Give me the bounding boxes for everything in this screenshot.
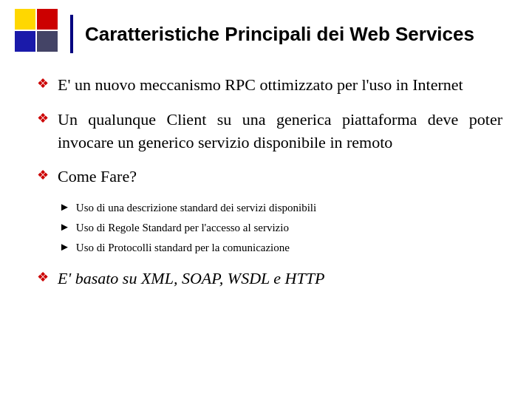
- bullet-diamond-3: ❖: [37, 167, 49, 183]
- bullet-item-2: ❖ Un qualunque Client su una generica pi…: [37, 109, 502, 154]
- block-dark: [37, 31, 58, 52]
- bullet-item-3: ❖ Come Fare?: [37, 166, 502, 188]
- block-yellow: [15, 9, 35, 30]
- title-bar: Caratteristiche Principali dei Web Servi…: [70, 15, 502, 53]
- sub-arrow-3: ►: [59, 241, 70, 253]
- bullet-text-3: Come Fare?: [58, 166, 502, 188]
- bullet-item-1: ❖ E' un nuovo meccanismo RPC ottimizzato…: [37, 74, 502, 97]
- sub-bullet-2: ► Uso di Regole Standard per l'accesso a…: [59, 220, 502, 236]
- sub-bullet-3: ► Uso di Protocolli standard per la comu…: [59, 240, 502, 256]
- sub-text-1: Uso di una descrizione standard dei serv…: [76, 200, 316, 216]
- sub-bullet-1: ► Uso di una descrizione standard dei se…: [59, 200, 502, 216]
- bullet-text-2: Un qualunque Client su una generica piat…: [58, 109, 502, 154]
- sub-arrow-2: ►: [59, 221, 70, 233]
- last-bullet: ❖ E' basato su XML, SOAP, WSDL e HTTP: [37, 267, 502, 290]
- slide: Caratteristiche Principali dei Web Servi…: [0, 0, 532, 399]
- bullet-text-1: E' un nuovo meccanismo RPC ottimizzato p…: [58, 74, 502, 97]
- bullet-diamond-2: ❖: [37, 110, 49, 126]
- last-bullet-text: E' basato su XML, SOAP, WSDL e HTTP: [58, 267, 502, 290]
- header-area: Caratteristiche Principali dei Web Servi…: [30, 15, 502, 53]
- color-blocks: [15, 9, 59, 53]
- content: ❖ E' un nuovo meccanismo RPC ottimizzato…: [30, 74, 502, 290]
- vertical-line: [70, 15, 73, 53]
- sub-text-2: Uso di Regole Standard per l'accesso al …: [76, 220, 289, 236]
- slide-title: Caratteristiche Principali dei Web Servi…: [85, 23, 474, 46]
- block-red: [37, 9, 58, 30]
- block-blue: [15, 31, 35, 52]
- bullet-diamond-last: ❖: [37, 269, 49, 285]
- sub-bullets: ► Uso di una descrizione standard dei se…: [59, 200, 502, 256]
- bullet-diamond-1: ❖: [37, 75, 49, 92]
- sub-arrow-1: ►: [59, 201, 70, 214]
- sub-text-3: Uso di Protocolli standard per la comuni…: [76, 240, 290, 256]
